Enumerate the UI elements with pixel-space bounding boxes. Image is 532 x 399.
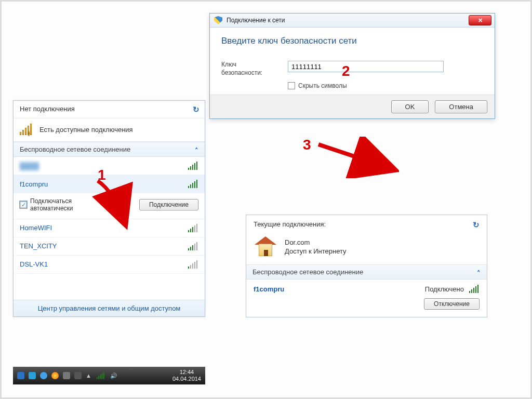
tray-icon[interactable]	[29, 372, 36, 379]
disconnect-button[interactable]: Отключение	[424, 298, 480, 310]
tray-network-icon[interactable]	[97, 373, 105, 379]
chevron-up-icon[interactable]: ˄	[477, 269, 481, 277]
panel-title: Нет подключения	[20, 105, 75, 113]
dialog-body: Введите ключ безопасности сети Ключ безо…	[210, 28, 495, 95]
dialog-title: Подключение к сети	[227, 17, 285, 24]
house-icon	[254, 236, 277, 257]
dialog-button-bar: OK Отмена	[210, 95, 495, 118]
tray-clock[interactable]: 12:44 04.04.2014	[172, 369, 201, 382]
autoconnect-label: Подключаться автоматически	[30, 197, 87, 212]
tray-icon[interactable]	[17, 372, 24, 379]
hide-chars-label: Скрыть символы	[298, 82, 347, 89]
wireless-section-header[interactable]: Беспроводное сетевое соединение ˄	[246, 264, 487, 280]
tray-icon[interactable]	[63, 372, 70, 379]
chevron-up-icon[interactable]: ˄	[195, 147, 198, 154]
tray-icon[interactable]	[51, 372, 59, 379]
connections-available-label: Есть доступные подключения	[39, 126, 133, 134]
connections-available-row: Есть доступные подключения	[14, 118, 205, 142]
signal-bars-icon	[188, 162, 198, 170]
dialog-titlebar: Подключение к сети ✕	[210, 14, 495, 28]
network-item-selected[interactable]: f1compru	[14, 175, 205, 193]
annotation-number: 3	[303, 137, 311, 153]
network-flyout-panel: Нет подключения ↻ Есть доступные подключ…	[13, 100, 205, 317]
signal-bars-icon	[188, 224, 198, 232]
ok-button[interactable]: OK	[391, 100, 429, 113]
signal-bars-icon	[469, 285, 480, 293]
connect-row: ✓ Подключаться автоматически Подключение	[14, 193, 205, 219]
network-name: TEN_XCITY	[20, 242, 57, 250]
signal-bars-icon	[188, 260, 198, 269]
annotation-arrow-icon	[311, 137, 399, 178]
security-key-input[interactable]	[288, 61, 444, 72]
network-item[interactable]: DSL-VK1	[14, 256, 205, 274]
network-name: Dor.com	[285, 238, 347, 246]
current-connections-panel: Текущие подключения: ↻ Dor.com Доступ к …	[246, 215, 487, 317]
dialog-heading: Введите ключ безопасности сети	[221, 36, 483, 46]
annotation-number: 2	[342, 63, 350, 79]
connected-network-row[interactable]: f1compru Подключено	[246, 280, 487, 295]
tray-icon[interactable]	[74, 372, 82, 379]
connect-dialog: Подключение к сети ✕ Введите ключ безопа…	[209, 13, 495, 119]
signal-bars-icon	[188, 180, 198, 188]
network-item[interactable]: ████	[14, 157, 205, 175]
signal-icon	[20, 124, 34, 135]
network-name: HomeWIFI	[20, 224, 52, 232]
network-item[interactable]: HomeWIFI	[14, 219, 205, 237]
network-item[interactable]: TEN_XCITY	[14, 237, 205, 256]
ssid-label: f1compru	[254, 285, 284, 293]
shield-icon	[214, 16, 222, 24]
annotation-number: 1	[98, 167, 106, 183]
autoconnect-checkbox[interactable]: ✓	[20, 201, 27, 208]
network-center-link[interactable]: Центр управления сетями и общим доступом	[14, 300, 205, 316]
connection-state: Подключено	[425, 285, 464, 293]
key-field-row: Ключ безопасности:	[221, 61, 483, 77]
network-status: Доступ к Интернету	[285, 247, 347, 255]
key-label: Ключ безопасности:	[221, 61, 278, 77]
disconnect-row: Отключение	[246, 295, 487, 317]
hide-chars-row: Скрыть символы	[288, 82, 483, 89]
refresh-icon[interactable]: ↻	[193, 105, 200, 114]
taskbar: ▲ 🔊 12:44 04.04.2014	[13, 367, 205, 384]
home-network-row: Dor.com Доступ к Интернету	[246, 233, 487, 264]
cancel-button[interactable]: Отмена	[435, 100, 487, 113]
refresh-icon[interactable]: ↻	[473, 220, 480, 230]
network-name: DSL-VK1	[20, 260, 48, 268]
tray-icon[interactable]	[40, 372, 47, 379]
network-name: f1compru	[20, 180, 48, 188]
close-button[interactable]: ✕	[469, 15, 491, 25]
signal-bars-icon	[188, 242, 198, 250]
network-info: Dor.com Доступ к Интернету	[285, 238, 347, 255]
panel-header: Текущие подключения: ↻	[246, 215, 487, 233]
panel-header: Нет подключения ↻	[14, 101, 205, 118]
connect-button[interactable]: Подключение	[139, 199, 198, 210]
network-name-blurred: ████	[20, 162, 39, 170]
hide-chars-checkbox[interactable]	[288, 82, 295, 89]
wireless-section-header[interactable]: Беспроводное сетевое соединение ˄	[14, 142, 205, 157]
tray-volume-icon[interactable]: 🔊	[110, 373, 117, 379]
